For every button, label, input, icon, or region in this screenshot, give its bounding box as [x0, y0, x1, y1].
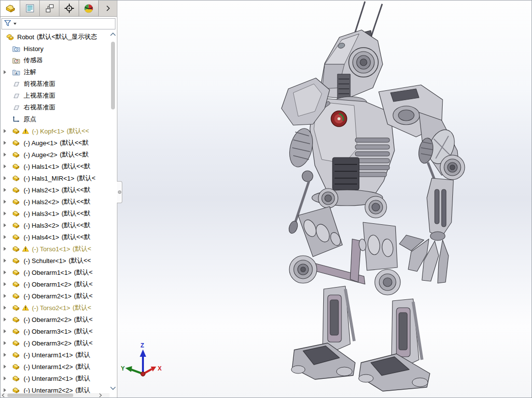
robot-model[interactable]	[117, 0, 532, 398]
expand-arrow-icon[interactable]	[3, 293, 10, 298]
expand-arrow-icon[interactable]	[3, 270, 10, 275]
tree-item-oberarm2-1[interactable]: (-) Oberarm2<1>(默认<	[0, 290, 110, 302]
expand-arrow-icon[interactable]	[3, 223, 10, 228]
tab-displaymanager[interactable]	[79, 0, 99, 16]
expand-arrow-icon[interactable]	[3, 258, 10, 263]
tree-item-annotations[interactable]: A注解	[0, 66, 110, 78]
expand-arrow-icon[interactable]	[3, 341, 10, 345]
tree-item-hals1-mir-1[interactable]: (-) Hals1_MIR<1>(默认<	[0, 172, 110, 184]
scroll-left-button[interactable]	[0, 393, 5, 398]
tree-item-oberarm3-2[interactable]: (-) Oberarm3<2>(默认<	[0, 337, 110, 349]
expand-arrow-icon[interactable]	[3, 129, 10, 133]
expand-arrow-icon[interactable]	[3, 176, 10, 181]
tree-item-config-suffix: (默认<	[73, 244, 91, 253]
tree-item-label: (-) Oberarm2<2>	[24, 316, 72, 323]
expand-arrow-icon[interactable]	[3, 211, 10, 216]
tree-horizontal-scrollbar[interactable]	[0, 393, 110, 398]
part-icon	[12, 257, 21, 264]
scroll-right-button[interactable]	[98, 393, 103, 398]
solidworks-window: Z Y X Robot(默认<默认_显示状态History传感器A注解前视基准面…	[0, 0, 532, 398]
tree-item-hals2-1[interactable]: (-) Hals2<1>(默认<<默	[0, 184, 110, 196]
filter-funnel-icon[interactable]	[4, 20, 12, 28]
tree-item-hals4-1[interactable]: (-) Hals4<1>(默认<<默	[0, 231, 110, 243]
tree-item-hals3-1[interactable]: (-) Hals3<1>(默认<<默	[0, 208, 110, 219]
tree-item-label: (-) Oberarm1<2>	[24, 281, 72, 288]
part-icon	[12, 363, 21, 370]
feature-tree: Robot(默认<默认_显示状态History传感器A注解前视基准面上视基准面右…	[0, 31, 110, 393]
expand-arrow-icon[interactable]	[3, 164, 10, 169]
expand-arrow-icon[interactable]	[3, 152, 10, 157]
tree-item-unterarm1-2[interactable]: (-) Unterarm1<2>(默认	[0, 361, 110, 372]
tree-item-torso1-1[interactable]: (-) Torso1<1>(默认<	[0, 243, 110, 255]
expand-arrow-icon[interactable]	[3, 235, 10, 239]
tree-item-label: (-) Hals4<1>	[24, 234, 59, 241]
tree-item-label: 注解	[24, 68, 36, 77]
expand-arrow-icon[interactable]	[3, 246, 10, 251]
scroll-up-button[interactable]	[109, 31, 116, 38]
graphics-viewport[interactable]: Z Y X	[117, 0, 532, 398]
expand-arrow-icon[interactable]	[3, 329, 10, 334]
tree-item-oberarm1-1[interactable]: (-) Oberarm1<1>(默认<	[0, 266, 110, 278]
tree-item-robot-assembly[interactable]: Robot(默认<默认_显示状态	[0, 31, 110, 43]
tree-item-torso2-1[interactable]: (-) Torso2<1>(默认<	[0, 302, 110, 314]
tree-item-oberarm3-1[interactable]: (-) Oberarm3<1>(默认<	[0, 325, 110, 337]
part-icon	[12, 163, 21, 170]
tree-item-oberarm2-2[interactable]: (-) Oberarm2<2>(默认<	[0, 314, 110, 325]
caret-down-icon[interactable]	[13, 23, 17, 25]
expand-arrow-icon[interactable]	[3, 199, 10, 204]
tree-item-sensors[interactable]: 传感器	[0, 54, 110, 66]
panel-splitter-handle[interactable]	[117, 181, 122, 203]
tree-item-hals1-1[interactable]: (-) Hals1<1>(默认<<默	[0, 160, 110, 172]
tree-item-origin[interactable]: 原点	[0, 113, 110, 125]
tree-item-hals3-2[interactable]: (-) Hals3<2>(默认<<默	[0, 219, 110, 231]
robot-left-foot[interactable]	[291, 343, 355, 379]
orientation-triad: Z Y X	[120, 341, 167, 385]
tab-configurationmanager[interactable]	[40, 0, 59, 16]
scroll-down-button[interactable]	[109, 385, 116, 392]
vertical-scroll-thumb[interactable]	[111, 42, 115, 109]
tree-item-front-plane[interactable]: 前视基准面	[0, 78, 110, 90]
expand-arrow-icon[interactable]	[3, 388, 10, 393]
tree-item-config-suffix: (默认	[75, 386, 90, 393]
tree-item-auge-1[interactable]: (-) Auge<1>(默认<<默	[0, 137, 110, 149]
tab-overflow-button[interactable]	[99, 0, 117, 16]
robot-left-leg[interactable]	[289, 207, 365, 351]
tree-item-top-plane[interactable]: 上视基准面	[0, 90, 110, 102]
tree-item-label: (-) Auge<1>	[24, 139, 57, 147]
expand-arrow-icon[interactable]	[3, 187, 10, 192]
triad-x-label: X	[158, 365, 162, 372]
tree-item-unterarm2-1[interactable]: (-) Unterarm2<1>(默认	[0, 372, 110, 384]
tab-featuremanager[interactable]	[0, 0, 20, 16]
tree-item-unterarm2-2[interactable]: (-) Unterarm2<2>(默认	[0, 384, 110, 393]
tree-item-label: 右视基准面	[24, 103, 56, 112]
expand-arrow-icon[interactable]	[3, 376, 10, 381]
tree-item-kopf-1[interactable]: (-) Kopf<1>(默认<<	[0, 125, 110, 137]
part-icon	[12, 151, 21, 158]
expand-arrow-icon[interactable]	[3, 364, 10, 369]
tree-item-auge-2[interactable]: (-) Auge<2>(默认<<默	[0, 149, 110, 160]
expand-arrow-icon[interactable]	[3, 70, 10, 75]
tree-item-right-plane[interactable]: 右视基准面	[0, 102, 110, 113]
expand-arrow-icon[interactable]	[3, 317, 10, 322]
tree-item-schulter-1[interactable]: (-) Schulter<1>(默认<<	[0, 255, 110, 266]
tree-item-history[interactable]: History	[0, 43, 110, 54]
tree-item-unterarm1-1[interactable]: (-) Unterarm1<1>(默认	[0, 349, 110, 361]
tree-item-label: (-) Hals2<2>	[24, 198, 59, 206]
tree-vertical-scrollbar[interactable]	[109, 31, 116, 392]
part-icon	[12, 128, 21, 134]
tree-item-label: (-) Unterarm2<2>	[24, 387, 73, 394]
horizontal-scroll-thumb[interactable]	[7, 394, 73, 397]
tree-filter-input[interactable]	[1, 18, 115, 29]
tree-item-oberarm1-2[interactable]: (-) Oberarm1<2>(默认<	[0, 278, 110, 290]
expand-arrow-icon[interactable]	[3, 282, 10, 287]
expand-arrow-icon[interactable]	[3, 140, 10, 145]
expand-arrow-icon[interactable]	[3, 352, 10, 357]
tree-item-config-suffix: (默认<<默	[60, 150, 89, 159]
tab-dimxpertmanager[interactable]	[59, 0, 79, 16]
part-icon	[12, 175, 21, 182]
expand-arrow-icon[interactable]	[3, 305, 10, 310]
tree-item-hals2-2[interactable]: (-) Hals2<2>(默认<<默	[0, 196, 110, 208]
robot-head[interactable]	[319, 30, 383, 99]
tab-propertymanager[interactable]	[20, 0, 40, 16]
part-icon	[12, 340, 21, 346]
